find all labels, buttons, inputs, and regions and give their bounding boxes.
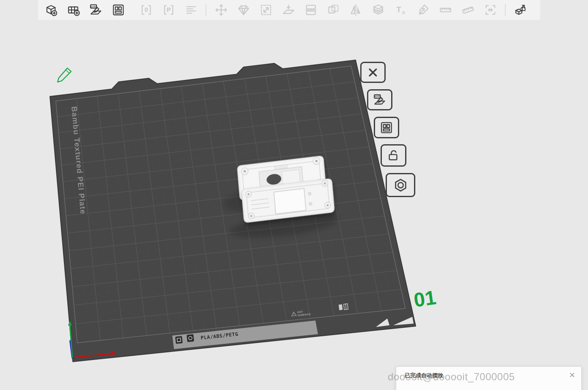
text-tool-button[interactable]: Ta xyxy=(393,3,408,18)
unlock-icon xyxy=(385,148,402,162)
ruler-icon xyxy=(439,3,452,16)
flatten-icon xyxy=(282,3,295,16)
viewport-3d[interactable]: Bambu Textured PEI PlatePLA/ABS/PETGHOTS… xyxy=(0,0,588,390)
rotate-button[interactable] xyxy=(236,3,251,18)
auto-orient-button[interactable]: AUTO xyxy=(88,3,103,18)
edit-plate-name-icon[interactable] xyxy=(58,68,71,82)
svg-text:AUTO: AUTO xyxy=(374,95,381,98)
rotate-icon xyxy=(237,3,250,16)
svg-text:a: a xyxy=(402,9,405,15)
move-button[interactable] xyxy=(213,3,229,18)
paint-button[interactable] xyxy=(415,3,431,18)
measure-angle-button[interactable] xyxy=(460,3,475,18)
scene-canvas: Bambu Textured PEI PlatePLA/ABS/PETGHOTS… xyxy=(0,0,588,390)
scale-icon xyxy=(259,3,273,16)
add-plate-button[interactable] xyxy=(66,3,81,18)
auto-orient-icon: AUTO xyxy=(89,3,102,16)
import-zero-button[interactable]: 0 xyxy=(138,3,154,18)
toast-message: 已完成自动摆放 xyxy=(405,372,443,379)
svg-text:0: 0 xyxy=(144,6,148,13)
paint-icon xyxy=(417,3,430,16)
toast-notification: 已完成自动摆放 ✕ xyxy=(396,366,582,390)
auto-orient-plate-button[interactable]: AUTO xyxy=(367,89,392,110)
arrange-plate-button[interactable] xyxy=(374,117,399,138)
arrange-icon xyxy=(378,121,395,135)
plate-number-label[interactable]: 01 xyxy=(412,286,437,311)
add-plate-icon xyxy=(67,3,80,16)
nut-icon xyxy=(391,178,410,193)
text-tool-icon: Ta xyxy=(394,3,407,16)
doc-zero-icon: 0 xyxy=(140,3,153,16)
bambu-logo-icon xyxy=(175,336,183,344)
bambu-studio-window: AUTO0PTa Bambu Textured PEI PlatePLA/ABS… xyxy=(0,0,588,390)
align-list-button[interactable] xyxy=(183,3,199,18)
angle-ruler-icon xyxy=(461,3,475,16)
scale-button[interactable] xyxy=(258,3,273,18)
auto-orient-icon: AUTO xyxy=(372,93,388,107)
explode-view-button[interactable] xyxy=(513,3,528,18)
layer-height-icon xyxy=(372,3,385,16)
add-model-icon xyxy=(44,3,58,16)
explode-icon xyxy=(514,3,527,16)
toolbar-divider xyxy=(206,4,206,16)
lock-plate-button[interactable] xyxy=(381,144,406,167)
move-icon xyxy=(215,3,228,16)
arrange-icon xyxy=(112,3,125,16)
top-toolbar: AUTO0PTa xyxy=(38,0,540,20)
measure-button[interactable] xyxy=(438,3,453,18)
list-lines-icon xyxy=(185,3,198,16)
close-icon[interactable]: ✕ xyxy=(569,371,575,379)
layer-height-button[interactable] xyxy=(370,3,386,18)
assembly-icon xyxy=(484,3,497,16)
svg-text:T: T xyxy=(396,5,401,14)
close-icon xyxy=(365,66,381,79)
build-plate[interactable] xyxy=(50,60,416,362)
toolbar-divider xyxy=(505,4,505,16)
split-vertical-button[interactable] xyxy=(326,3,341,18)
svg-text:P: P xyxy=(166,6,170,13)
mirror-button[interactable] xyxy=(348,3,363,18)
import-p-button[interactable]: P xyxy=(161,3,176,18)
arrange-button[interactable] xyxy=(110,3,126,18)
delete-plate-button[interactable] xyxy=(360,62,386,83)
split-v-icon xyxy=(327,3,340,16)
split-h-icon xyxy=(304,3,317,16)
plate-settings-button[interactable] xyxy=(386,173,415,197)
place-on-face-button[interactable] xyxy=(281,3,296,18)
qr-logo-icon xyxy=(187,334,194,342)
mirror-icon xyxy=(349,3,362,16)
svg-text:AUTO: AUTO xyxy=(90,5,97,8)
doc-p-icon: P xyxy=(162,3,175,16)
add-model-button[interactable] xyxy=(43,3,58,18)
split-horizontal-button[interactable] xyxy=(303,3,318,18)
assembly-button[interactable] xyxy=(483,3,498,18)
